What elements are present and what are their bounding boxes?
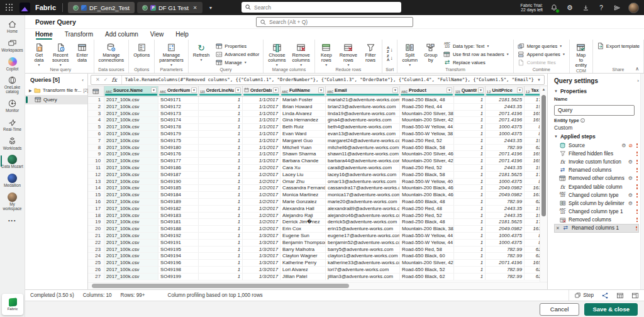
- cell[interactable]: 2017_100k.csv: [104, 247, 158, 253]
- cell[interactable]: 195.468: [525, 104, 540, 111]
- cell[interactable]: 1/1/2017: [243, 117, 280, 124]
- tabs-chevron-down-icon[interactable]: ▼: [209, 6, 213, 10]
- cell[interactable]: SO49177: [158, 158, 199, 165]
- cell[interactable]: 2017_100k.csv: [104, 185, 158, 192]
- cell[interactable]: jillian3@adventure-works.com: [326, 274, 400, 281]
- cell[interactable]: Marie Gonzalez: [280, 199, 326, 206]
- cell[interactable]: 2017_100k.csv: [104, 158, 158, 165]
- rail-item-real-time[interactable]: Real-Time: [0, 116, 25, 135]
- cell[interactable]: barry5@adventure-works.com: [326, 247, 400, 253]
- remove-columns-button[interactable]: Remove columns▼: [289, 41, 312, 67]
- table-row[interactable]: 102017_100k.csvSO4917711/1/2017Barbara C…: [88, 158, 540, 165]
- cell[interactable]: 1: [454, 117, 486, 124]
- cell[interactable]: Evan Ward: [280, 131, 326, 138]
- tab-df-gen2-test[interactable]: DF_Gen2_Test: [68, 2, 135, 13]
- step-settings-gear-icon[interactable]: ⚙: [621, 143, 626, 148]
- cell[interactable]: 165.7136: [525, 260, 540, 267]
- vertical-scrollbar[interactable]: ▲: [540, 86, 547, 282]
- column-filter-dropdown-icon[interactable]: ▼: [447, 87, 452, 93]
- cell[interactable]: 1: [454, 151, 486, 158]
- table-row[interactable]: 162017_100k.csvSO4918911/2/2017Marie Gon…: [88, 199, 540, 206]
- cell[interactable]: SO49175: [158, 138, 199, 145]
- cell[interactable]: cassandra17@adventure-works.com: [326, 185, 400, 192]
- cell[interactable]: 80.035: [525, 233, 540, 240]
- settings-gear-icon[interactable]: ⚙: [565, 3, 574, 12]
- cell[interactable]: 1: [454, 267, 486, 274]
- cell[interactable]: marie20@adventure-works.com: [326, 199, 400, 206]
- cell[interactable]: 2017_100k.csv: [104, 213, 158, 220]
- applied-step-changed-column-type-1[interactable]: ABC123Changed column type 1: [554, 208, 639, 216]
- cell[interactable]: Gina Hernandez: [280, 117, 326, 124]
- cell[interactable]: 2049.0982: [486, 192, 525, 199]
- cell[interactable]: Monica Martinez: [280, 192, 326, 199]
- cell[interactable]: 1: [199, 253, 243, 260]
- column-filter-dropdown-icon[interactable]: ▼: [478, 87, 484, 93]
- formula-input[interactable]: Table.RenameColumns(#"Removed columns", …: [122, 77, 534, 82]
- cell[interactable]: 1/1/2017: [243, 124, 280, 131]
- cell[interactable]: 2071.4196: [486, 111, 525, 118]
- cell[interactable]: 1/2/2017: [243, 172, 280, 179]
- cell[interactable]: 1: [454, 240, 486, 247]
- cell[interactable]: Road-550-W Yellow, 38: [400, 131, 454, 138]
- applied-step-filtered-hidden-files[interactable]: Filtered hidden files: [554, 150, 639, 158]
- cell[interactable]: 1000.4375: [486, 124, 525, 131]
- cell[interactable]: 1: [454, 226, 486, 233]
- column-type-icon[interactable]: ABC: [106, 86, 112, 94]
- applied-step-removed-columns[interactable]: Removed columns: [554, 216, 639, 224]
- cell[interactable]: Mountain-200 Silver, 42: [400, 117, 454, 124]
- data-view-icon[interactable]: [616, 292, 624, 299]
- map-to-entity-button[interactable]: Map to entity: [572, 41, 591, 69]
- column-type-icon[interactable]: ABC: [327, 86, 333, 94]
- cell[interactable]: 195.468: [525, 138, 540, 145]
- cell[interactable]: 1: [454, 131, 486, 138]
- expand-formula-icon[interactable]: ▼: [534, 78, 544, 82]
- cell[interactable]: 1: [454, 219, 486, 226]
- cell[interactable]: 1/3/2017: [243, 240, 280, 247]
- vscroll-thumb[interactable]: [541, 95, 546, 216]
- column-type-icon[interactable]: [244, 87, 249, 92]
- cell[interactable]: 782.99: [486, 199, 525, 206]
- step-settings-gear-icon[interactable]: ⚙: [628, 159, 633, 165]
- rail-item-workspaces[interactable]: Workspaces: [0, 36, 25, 55]
- cell[interactable]: SO49184: [158, 192, 199, 199]
- cell[interactable]: 165.7136: [525, 111, 540, 118]
- cell[interactable]: 1: [199, 219, 243, 226]
- cell[interactable]: 2443.35: [486, 213, 525, 220]
- column-filter-dropdown-icon[interactable]: ▼: [235, 87, 241, 93]
- applied-step-removed-other-columns[interactable]: Removed other columns⚙: [554, 174, 639, 182]
- cell[interactable]: 1/2/2017: [243, 199, 280, 206]
- cell[interactable]: 163.9279: [525, 226, 540, 233]
- cell[interactable]: 1: [199, 111, 243, 118]
- cell[interactable]: Erin Cox: [280, 226, 326, 233]
- cell[interactable]: 1/1/2017: [243, 138, 280, 145]
- table-row[interactable]: 22017_100k.csvSO4917211/1/2017Brian Howa…: [88, 104, 540, 111]
- cell[interactable]: Mitchell Yuan: [280, 145, 326, 152]
- column-type-icon[interactable]: 123: [200, 86, 205, 94]
- pq-search-box[interactable]: [256, 17, 413, 27]
- rail-item-home[interactable]: Home: [0, 18, 25, 36]
- cell[interactable]: Road-650 Black, 58: [400, 145, 454, 152]
- cell[interactable]: Road-650 Red, 58: [400, 247, 454, 253]
- cell[interactable]: 1/3/2017: [243, 247, 280, 253]
- cell[interactable]: 2017_100k.csv: [104, 226, 158, 233]
- cell[interactable]: 1: [199, 172, 243, 179]
- cell[interactable]: Mountain-200 Silver, 46: [400, 151, 454, 158]
- waffle-menu-icon[interactable]: [6, 4, 13, 11]
- cell[interactable]: erin15@adventure-works.com: [326, 226, 400, 233]
- cell[interactable]: SO49192: [158, 233, 199, 240]
- cell[interactable]: 1: [454, 213, 486, 220]
- cell[interactable]: 1/1/2017: [243, 97, 280, 104]
- table-row[interactable]: 222017_100k.csvSO4919111/3/2017Benjamin …: [88, 240, 540, 247]
- applied-step-changed-column-type[interactable]: ABC123Changed column type⚙: [554, 191, 639, 199]
- cell[interactable]: Lori Alvarez: [280, 267, 326, 274]
- choose-columns-button[interactable]: Choose columns▼: [265, 41, 288, 67]
- scroll-up-icon[interactable]: ▲: [540, 86, 547, 91]
- column-filter-dropdown-icon[interactable]: ▼: [517, 87, 523, 93]
- save-and-close-button[interactable]: Save & close: [584, 303, 638, 316]
- cell[interactable]: alejandro46@adventure-works.com: [326, 213, 400, 220]
- cell[interactable]: 782.99: [486, 247, 525, 253]
- query-item-query[interactable]: Query: [25, 95, 87, 104]
- applied-step-expanded-table-column[interactable]: fxExpanded table column: [554, 182, 639, 191]
- rail-item-data-mozart[interactable]: Data Mozart: [0, 153, 25, 172]
- column-header-fullname[interactable]: ABCFullName▼: [280, 86, 326, 96]
